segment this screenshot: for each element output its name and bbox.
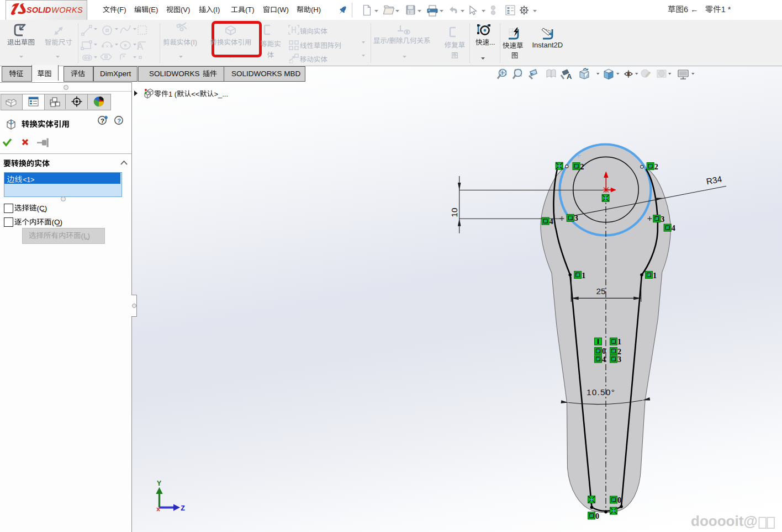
svg-text:10: 10: [450, 208, 459, 217]
svg-text:Y: Y: [157, 480, 162, 488]
svg-text:?: ?: [117, 118, 121, 124]
svg-text:A: A: [137, 41, 144, 52]
svg-text:2: 2: [617, 348, 621, 356]
svg-text:3: 3: [617, 355, 621, 364]
svg-text:3: 3: [661, 215, 664, 224]
svg-text:dooooit@: dooooit@: [691, 513, 758, 529]
svg-text:25: 25: [596, 286, 605, 296]
svg-text:1: 1: [653, 272, 657, 280]
svg-text:2: 2: [580, 163, 584, 171]
svg-text:3: 3: [574, 214, 578, 222]
svg-text:1: 1: [617, 338, 621, 346]
svg-text:WORKS: WORKS: [51, 6, 83, 14]
svg-text:R34: R34: [705, 174, 722, 187]
svg-text:4: 4: [549, 217, 553, 226]
svg-text:SOLID: SOLID: [27, 6, 51, 14]
svg-text:4: 4: [672, 224, 675, 232]
svg-text:0: 0: [595, 512, 599, 520]
svg-text:4: 4: [602, 355, 606, 364]
svg-text:Z: Z: [181, 504, 185, 513]
svg-text:2: 2: [654, 163, 658, 171]
svg-text:?: ?: [101, 118, 104, 124]
svg-text:0: 0: [617, 496, 621, 504]
svg-text:1: 1: [582, 272, 585, 280]
svg-text:0: 0: [602, 347, 606, 355]
svg-text:10.50°: 10.50°: [586, 387, 615, 397]
